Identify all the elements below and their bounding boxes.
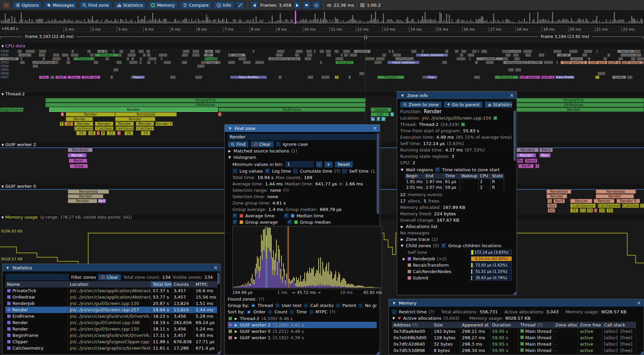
timeline-zone[interactable]: S xyxy=(390,112,394,117)
log-time-checkbox[interactable] xyxy=(265,169,270,174)
timeline-zone[interactable]: RenderJ xyxy=(517,148,539,152)
close-icon[interactable]: × xyxy=(637,301,641,306)
timeline-zone[interactable]: GUIF w xyxy=(608,61,621,64)
timeline-zone[interactable]: systems-grm xyxy=(621,53,641,57)
table-row[interactable]: Renderjni/../jni/src/guif/Control.cpp:34… xyxy=(5,319,217,326)
restrict-time-checkbox[interactable] xyxy=(392,309,397,314)
decrement-button[interactable]: - xyxy=(316,161,322,168)
filter-zones-input[interactable] xyxy=(5,274,69,280)
location-value[interactable]: jni/../jni/src/guif/Screen.cpp:150 xyxy=(422,116,491,121)
find-zone-search-input[interactable]: Render xyxy=(228,134,376,140)
column-header-counts[interactable]: Counts xyxy=(172,281,194,287)
timeline-zone[interactable]: Thread-2 xyxy=(495,76,518,79)
call-stack-token[interactable]: [alloc] xyxy=(604,335,618,340)
expand-arrow-icon[interactable]: ▶ xyxy=(234,336,238,340)
timeline-zone[interactable]: PrivateTick xyxy=(503,98,644,102)
ignore-case-checkbox[interactable] xyxy=(276,142,281,147)
timeline-zone[interactable]: Render xyxy=(517,153,536,158)
column-header-total-time[interactable]: Total time xyxy=(151,281,172,287)
recenter-view-button[interactable] xyxy=(312,1,320,9)
timeline-zone[interactable]: call xyxy=(371,112,389,117)
timeline-zone[interactable]: tracy_systrace xyxy=(387,61,420,64)
timeline-zone[interactable]: T xyxy=(376,117,380,121)
collapse-icon[interactable]: ▼ xyxy=(6,266,9,270)
column-header-address[interactable]: Address (?) xyxy=(392,322,432,328)
group-by-radio-no-grouping[interactable] xyxy=(358,303,363,308)
reset-button[interactable]: Reset xyxy=(335,161,353,168)
increment-button[interactable]: + xyxy=(324,161,333,168)
call-stack-cell[interactable]: [alloc][free] xyxy=(602,328,636,335)
timeline-zone[interactable]: Tracy I xyxy=(131,76,145,79)
timeline-zone[interactable]: 10 xyxy=(599,208,605,213)
timeline-zone[interactable]: Render xyxy=(115,117,155,121)
min-values-input[interactable]: 1 xyxy=(285,161,314,168)
frame-label-left[interactable]: Frame 3,193 (22.45 ms) xyxy=(22,34,76,39)
allocation-row[interactable]: 0x7dfc53d8988 bytes298.34 ms59.95 sMain … xyxy=(392,347,641,354)
timeline-zone[interactable]: Tracy xyxy=(67,76,81,79)
compare-button[interactable]: Compare xyxy=(180,1,212,9)
timeline-zone[interactable]: PrivateTick xyxy=(45,98,366,102)
timeline-zone[interactable]: Rencer xyxy=(570,199,592,203)
call-stack-token[interactable]: [free] xyxy=(620,335,632,340)
column-header-zone-free[interactable]: Zone free xyxy=(578,322,602,328)
expand-arrow-icon[interactable]: ▶ xyxy=(234,317,238,320)
table-row[interactable]: RenderJobjni/../jni/src/guif/Screen.cpp:… xyxy=(5,300,217,307)
child-zone-row[interactable]: Submit35.63 μs (0.79%) xyxy=(402,275,512,281)
child-zone-row[interactable]: RecalcTransform72.92 μs (1.62%) xyxy=(402,262,512,268)
timeline-zone[interactable]: surfac xyxy=(510,50,521,53)
timeline-zone[interactable]: composer@2.1-se [HW xyxy=(503,61,543,64)
prev-frame-button[interactable] xyxy=(251,1,258,9)
allocations-list[interactable]: ▶Allocations list xyxy=(400,224,512,229)
group-by-radio-thread[interactable] xyxy=(251,303,256,308)
collapse-icon[interactable]: ▼ xyxy=(229,127,231,130)
timeline-zone[interactable]: Rende xyxy=(68,153,87,158)
column-header-call-stack[interactable]: Call stack xyxy=(602,322,636,328)
close-icon[interactable]: × xyxy=(509,93,514,98)
timeline-zone[interactable]: C xyxy=(640,204,644,208)
timeline-zone[interactable]: EndFrame xyxy=(218,107,365,112)
call-stack-token[interactable]: [alloc] xyxy=(604,342,618,347)
timeline-zone[interactable]: surface xyxy=(354,50,371,53)
timeline-zone[interactable]: Thread-2 xyxy=(377,76,404,79)
thread-color-swatch[interactable] xyxy=(461,123,465,126)
zoom-to-zone-button[interactable]: Zoom to zone xyxy=(400,101,442,108)
table-row[interactable]: Renderjni/../jni/src/guif/Screen.cpp:150… xyxy=(5,326,217,332)
found-zone-group[interactable]: ▶GUIF worker 0(3,231)4.48 s xyxy=(228,328,377,335)
found-zone-group[interactable]: ▶GUIF worker 1(3,192)4.39 s xyxy=(228,335,377,341)
timeline-zone[interactable]: cfr xyxy=(204,53,213,57)
timeline-zone[interactable]: 8 xyxy=(101,131,105,135)
timeline-zone[interactable]: isu xyxy=(205,50,213,53)
timeline-zone[interactable]: Render xyxy=(95,122,113,126)
table-row[interactable]: Clipperjni/../jni/src/claw/gfx/geo/Clipp… xyxy=(5,339,217,345)
column-header-zone-alloc[interactable]: Zone alloc xyxy=(553,322,578,328)
next-frame-button[interactable] xyxy=(293,1,301,9)
timeline-zone[interactable]: i xyxy=(595,76,599,79)
wait-regions-label[interactable]: Wait regions xyxy=(406,167,433,172)
child-zone-row[interactable]: ▶RenderJob(×2)4.16 ms (92.60%) xyxy=(402,256,512,262)
timeline-zone[interactable]: Sel xyxy=(548,208,555,213)
timeline-zone[interactable]: Render xyxy=(546,194,567,198)
expand-arrow-icon[interactable]: ▶ xyxy=(402,257,406,261)
group-by-radio-parent[interactable] xyxy=(336,303,340,308)
log-values-checkbox[interactable] xyxy=(232,169,237,174)
timeline-zone[interactable]: Render xyxy=(49,107,218,112)
timeline-zone[interactable]: C xyxy=(594,208,597,213)
call-stack-cell[interactable]: [alloc][free] xyxy=(602,347,636,354)
timeline-zone[interactable]: 16 xyxy=(587,208,593,213)
timeline-zone[interactable]: tracy_systrace xyxy=(416,53,448,57)
allocation-row[interactable]: 0x7dfc42d64032 bytes298.3 ms59.95 sMain … xyxy=(392,341,641,347)
statistics-button[interactable]: Statistics xyxy=(114,1,146,9)
timeline-zone[interactable]: 21 xyxy=(580,208,586,213)
sort-by-radio-mtpc[interactable] xyxy=(309,310,314,314)
histogram-section[interactable]: ▼Histogram xyxy=(228,154,377,160)
timeline-zone[interactable]: CalcGeom xyxy=(74,126,93,131)
table-row[interactable]: EndFramejni/../jni/src/claw/gfx/drv/vk/D… xyxy=(5,313,217,319)
timeline-zone[interactable]: Render xyxy=(66,112,115,117)
timeline-zone[interactable]: Render F xyxy=(155,122,173,126)
info-button[interactable]: Info xyxy=(214,1,234,9)
child-zone-row[interactable]: CalcRenderNodes51.51 μs (1.15%) xyxy=(402,268,512,275)
expand-arrow-icon[interactable]: ▶ xyxy=(234,323,238,327)
timeline-zone[interactable]: 24 xyxy=(76,131,86,135)
zone-trace[interactable]: ▶Zone trace(2) xyxy=(400,236,512,242)
timeline-zone[interactable]: Thread-2 xyxy=(335,61,354,64)
